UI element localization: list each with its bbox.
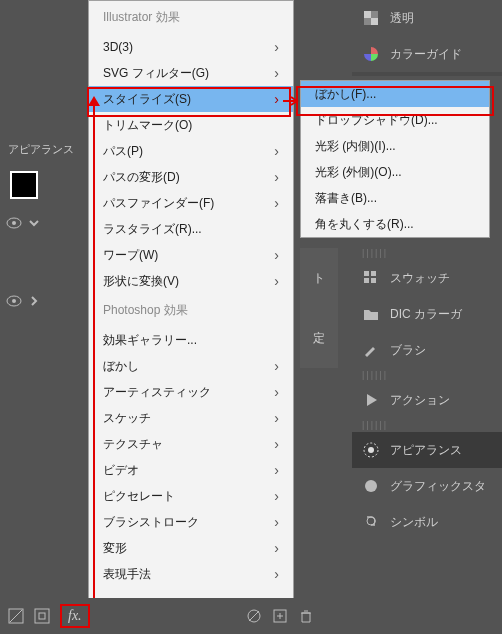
menu-item[interactable]: ビデオ› (89, 457, 293, 483)
trash-icon[interactable] (298, 608, 314, 624)
menu-item[interactable]: 効果ギャラリー... (89, 327, 293, 353)
submenu-arrow-icon: › (274, 514, 279, 530)
menu-item-label: 効果ギャラリー... (103, 332, 197, 349)
menu-item-label: 変形 (103, 540, 127, 557)
submenu-arrow-icon: › (274, 384, 279, 400)
dock-item-swatch[interactable]: スウォッチ (352, 260, 502, 296)
menu-item[interactable]: スタイライズ(S)› (89, 86, 293, 112)
menu-item[interactable]: 角を丸くする(R)... (301, 211, 489, 237)
submenu-arrow-icon: › (274, 358, 279, 374)
dock-item-graphicstyle[interactable]: グラフィックスタ (352, 468, 502, 504)
submenu-arrow-icon: › (274, 65, 279, 81)
menu-item[interactable]: ぼかし(F)... (301, 81, 489, 107)
menu-item[interactable]: 光彩 (内側)(I)... (301, 133, 489, 159)
menu-item[interactable]: 光彩 (外側)(O)... (301, 159, 489, 185)
svg-rect-4 (371, 271, 376, 276)
menu-item[interactable]: ぼかし› (89, 353, 293, 379)
visibility-icon[interactable] (6, 217, 22, 229)
menu-item-label: 角を丸くする(R)... (315, 216, 414, 233)
submenu-arrow-icon: › (274, 169, 279, 185)
svg-line-15 (10, 610, 22, 622)
dock-item-brush[interactable]: ブラシ (352, 332, 502, 368)
appearance-icon (362, 441, 380, 459)
no-fill-icon[interactable] (8, 608, 24, 624)
chevron-right-icon[interactable] (28, 295, 40, 307)
menu-item-label: ビデオ (103, 462, 139, 479)
layer-row[interactable] (0, 207, 88, 239)
dock-label: 透明 (390, 10, 414, 27)
menu-item[interactable]: 落書き(B)... (301, 185, 489, 211)
fx-button[interactable]: fx. (60, 604, 90, 628)
svg-rect-17 (39, 613, 45, 619)
menu-item[interactable]: 表現手法› (89, 561, 293, 587)
menu-item[interactable]: パスの変形(D)› (89, 164, 293, 190)
submenu-arrow-icon: › (274, 91, 279, 107)
submenu-arrow-icon: › (274, 540, 279, 556)
panel-grip: |||||| (352, 246, 502, 260)
svg-line-19 (249, 611, 259, 621)
svg-rect-6 (371, 278, 376, 283)
stylize-submenu: ぼかし(F)...ドロップシャドウ(D)...光彩 (内側)(I)...光彩 (… (300, 80, 490, 238)
submenu-arrow-icon: › (274, 410, 279, 426)
menu-item[interactable]: トリムマーク(O) (89, 112, 293, 138)
clear-icon[interactable] (246, 608, 262, 624)
menu-item-label: ブラシストローク (103, 514, 199, 531)
dock-item-appearance[interactable]: アピアランス (352, 432, 502, 468)
menu-item-label: スタイライズ(S) (103, 91, 191, 108)
menu-section-header: Illustrator 効果 (89, 1, 293, 34)
dock-item-transparency[interactable]: 透明 (352, 0, 502, 36)
menu-item[interactable]: パス(P)› (89, 138, 293, 164)
transparency-icon (362, 9, 380, 27)
menu-item[interactable]: テクスチャ› (89, 431, 293, 457)
dock-item-colorguide[interactable]: カラーガイド (352, 36, 502, 72)
menu-item[interactable]: 変形› (89, 535, 293, 561)
svg-point-13 (12, 299, 16, 303)
svg-point-9 (365, 480, 377, 492)
menu-item[interactable]: 3D(3)› (89, 34, 293, 60)
submenu-arrow-icon: › (274, 566, 279, 582)
submenu-arrow-icon: › (274, 436, 279, 452)
menu-item[interactable]: パスファインダー(F)› (89, 190, 293, 216)
svg-rect-1 (364, 11, 371, 18)
menu-section-header: Photoshop 効果 (89, 294, 293, 327)
dock-item-symbol[interactable]: シンボル (352, 504, 502, 540)
menu-item[interactable]: ワープ(W)› (89, 242, 293, 268)
submenu-arrow-icon: › (274, 247, 279, 263)
menu-item-label: スケッチ (103, 410, 151, 427)
menu-item-label: ピクセレート (103, 488, 175, 505)
annotation-arrow-head (88, 96, 100, 106)
menu-item[interactable]: ドロップシャドウ(D)... (301, 107, 489, 133)
menu-item[interactable]: スケッチ› (89, 405, 293, 431)
svg-rect-3 (364, 271, 369, 276)
appearance-panel: アピアランス (0, 136, 88, 634)
menu-item-label: ぼかし(F)... (315, 86, 376, 103)
visibility-icon[interactable] (6, 295, 22, 307)
brush-icon (362, 341, 380, 359)
menu-item-label: 光彩 (外側)(O)... (315, 164, 402, 181)
dock-item-action[interactable]: アクション (352, 382, 502, 418)
menu-item[interactable]: ピクセレート› (89, 483, 293, 509)
dock-label: アクション (390, 392, 450, 409)
menu-item[interactable]: ラスタライズ(R)... (89, 216, 293, 242)
menu-item-label: 表現手法 (103, 566, 151, 583)
menu-item-label: ぼかし (103, 358, 139, 375)
layer-row[interactable] (0, 285, 88, 317)
svg-point-11 (12, 221, 16, 225)
menu-item[interactable]: アーティスティック› (89, 379, 293, 405)
menu-item[interactable]: SVG フィルター(G)› (89, 60, 293, 86)
chevron-down-icon[interactable] (28, 217, 40, 229)
duplicate-icon[interactable] (272, 608, 288, 624)
strip-char: 定 (313, 330, 325, 347)
appearance-footer: fx. (0, 598, 322, 634)
dock-item-dic[interactable]: DIC カラーガ (352, 296, 502, 332)
menu-item[interactable]: 形状に変換(V)› (89, 268, 293, 294)
menu-item-label: SVG フィルター(G) (103, 65, 209, 82)
dock-label: アピアランス (390, 442, 462, 459)
dock-label: シンボル (390, 514, 438, 531)
menu-item-label: 落書き(B)... (315, 190, 377, 207)
stroke-icon[interactable] (34, 608, 50, 624)
dock-label: グラフィックスタ (390, 478, 486, 495)
menu-item-label: パスファインダー(F) (103, 195, 214, 212)
menu-item[interactable]: ブラシストローク› (89, 509, 293, 535)
fill-swatch[interactable] (10, 171, 38, 199)
